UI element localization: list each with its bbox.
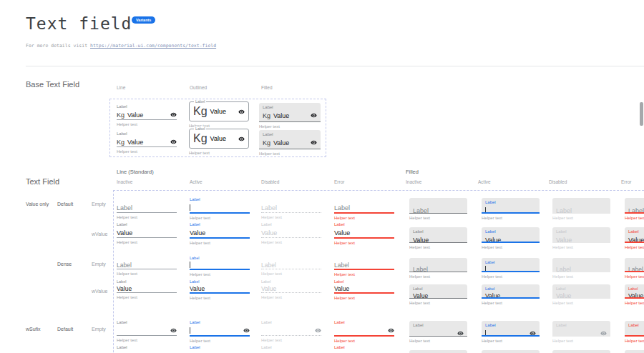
field-input-row[interactable] (190, 203, 250, 212)
text-field-filled-error[interactable]: Label Helper text (625, 198, 644, 220)
field-filled-box[interactable]: Label (552, 258, 610, 272)
field-filled-box[interactable]: Label Value (482, 227, 540, 243)
base-field-outlined[interactable]: Label KgValue Helper text (189, 129, 249, 155)
field-filled-box[interactable]: Label Value (409, 284, 467, 299)
field-filled-box[interactable]: Label Value (552, 284, 610, 299)
text-field-filled-disabled[interactable]: Label Value Helper text (552, 284, 610, 305)
visibility-eye-icon[interactable] (388, 327, 394, 334)
text-field-filled-inactive[interactable]: Label Helper text (409, 258, 467, 279)
text-field-filled-error[interactable]: Label Helper text (625, 321, 644, 343)
text-field-filled-disabled[interactable]: Label Value Helper text (552, 350, 610, 353)
text-field-line-active[interactable]: Label Helper text (190, 197, 250, 220)
visibility-eye-icon[interactable] (311, 112, 317, 119)
text-field-line-active[interactable]: Label Value Helper text (190, 222, 250, 245)
visibility-eye-icon[interactable] (243, 327, 250, 334)
field-filled-box[interactable]: Label (482, 198, 540, 214)
field-filled-box[interactable]: Label Value (625, 227, 644, 243)
field-input-row[interactable]: KgValue (117, 110, 177, 119)
field-filled-box[interactable]: Label Value (409, 227, 467, 243)
field-input-row[interactable]: Label (334, 203, 394, 212)
field-input-row[interactable]: Label (261, 261, 321, 269)
field-input-row[interactable] (413, 329, 464, 337)
field-input-row[interactable]: Label (556, 206, 607, 214)
field-input-row[interactable]: Value (413, 235, 464, 243)
scrollbar-thumb[interactable] (640, 102, 643, 126)
field-filled-box[interactable]: Label Value (409, 350, 467, 353)
field-input-row[interactable]: Value (261, 228, 321, 237)
field-input-row[interactable]: Value (485, 235, 536, 243)
text-field-line-inactive[interactable]: Label Value Helper text (117, 345, 177, 353)
text-field-line-inactive[interactable]: Label Helper text (117, 197, 177, 219)
field-input-row[interactable]: Value (334, 228, 394, 237)
field-input-row[interactable]: KgValue (263, 138, 317, 147)
field-filled-box[interactable]: Label (625, 198, 644, 214)
field-filled-box[interactable]: Label (625, 258, 644, 272)
field-filled-box[interactable]: Label KgValue (259, 103, 321, 122)
field-input-row[interactable]: Value (556, 235, 607, 243)
text-field-line-inactive[interactable]: Label Helper text (117, 320, 177, 342)
field-input-row[interactable]: Label (556, 265, 607, 272)
text-field-line-error[interactable]: Label Value Helper text (334, 345, 394, 353)
field-filled-box[interactable]: Label Value (625, 350, 644, 353)
field-input-row[interactable]: Value (190, 228, 250, 237)
text-field-line-disabled[interactable]: Label Value Helper text (261, 222, 321, 244)
visibility-eye-icon[interactable] (315, 327, 321, 334)
field-input-row[interactable] (190, 326, 250, 335)
field-input-row[interactable]: KgValue (117, 137, 177, 146)
field-filled-box[interactable]: Label Value (625, 284, 644, 299)
text-field-filled-active[interactable]: Label Value Helper text (482, 284, 540, 305)
field-input-row[interactable]: Label (413, 265, 464, 272)
text-field-line-disabled[interactable]: Label Helper text (261, 320, 321, 342)
field-filled-box[interactable]: Label KgValue (259, 130, 321, 149)
text-field-line-inactive[interactable]: Label Value Helper text (117, 222, 177, 244)
field-input-row[interactable] (485, 206, 536, 214)
base-field-line[interactable]: Label KgValue Helper text (117, 131, 177, 154)
text-field-line-error[interactable]: Label Helper text (334, 197, 394, 220)
field-input-row[interactable]: Label (628, 265, 644, 272)
text-field-line-error[interactable]: Label Helper text (334, 256, 394, 277)
visibility-eye-icon[interactable] (457, 330, 464, 337)
text-field-line-active[interactable]: Label Value Helper text (190, 279, 250, 300)
field-input-row[interactable]: Label (261, 203, 321, 212)
text-field-line-disabled[interactable]: Label Helper text (261, 256, 321, 276)
text-field-line-active[interactable]: Label Value Helper text (190, 345, 250, 353)
text-field-line-error[interactable]: Label Value Helper text (334, 222, 394, 245)
base-field-filled[interactable]: Label KgValue Helper text (259, 103, 321, 129)
text-field-filled-disabled[interactable]: Label Helper text (552, 258, 610, 279)
visibility-eye-icon[interactable] (530, 330, 536, 337)
field-filled-box[interactable]: Label (409, 321, 467, 337)
field-input-row[interactable] (190, 261, 250, 269)
field-input-row[interactable] (556, 329, 607, 337)
field-filled-box[interactable]: Label (482, 321, 540, 337)
field-input-row[interactable]: Value (261, 284, 321, 292)
field-outline-box[interactable]: Label KgValue (189, 129, 249, 149)
text-field-filled-inactive[interactable]: Label Value Helper text (409, 350, 467, 353)
text-field-filled-error[interactable]: Label Value Helper text (625, 227, 644, 249)
field-filled-box[interactable]: Label (552, 198, 610, 214)
visibility-eye-icon[interactable] (170, 327, 177, 334)
text-field-filled-active[interactable]: Label Helper text (482, 321, 540, 343)
text-field-filled-disabled[interactable]: Label Helper text (552, 198, 610, 220)
text-field-filled-active[interactable]: Label Value Helper text (482, 350, 540, 353)
docs-link[interactable]: https://material-ui.com/components/text-… (90, 43, 216, 49)
field-input-row[interactable]: Value (628, 235, 644, 243)
text-field-filled-inactive[interactable]: Label Helper text (409, 321, 467, 343)
field-input-row[interactable] (628, 329, 644, 337)
text-field-filled-error[interactable]: Label Value Helper text (625, 350, 644, 353)
field-filled-box[interactable]: Label Value (552, 350, 610, 353)
field-input-row[interactable]: Label (628, 206, 644, 214)
field-input-row[interactable]: Value (117, 284, 177, 292)
text-field-filled-inactive[interactable]: Label Value Helper text (409, 227, 467, 249)
text-field-line-active[interactable]: Label Helper text (190, 320, 250, 343)
text-field-filled-disabled[interactable]: Label Value Helper text (552, 227, 610, 249)
text-field-line-inactive[interactable]: Label Value Helper text (117, 279, 177, 299)
visibility-eye-icon[interactable] (600, 330, 607, 337)
text-field-filled-active[interactable]: Label Value Helper text (482, 227, 540, 249)
field-input-row[interactable]: Value (628, 292, 644, 299)
text-field-line-active[interactable]: Label Helper text (190, 256, 250, 277)
text-field-filled-active[interactable]: Label Helper text (482, 198, 540, 220)
field-filled-box[interactable]: Label (409, 198, 467, 214)
field-filled-box[interactable]: Label (552, 321, 610, 337)
field-filled-box[interactable]: Label Value (482, 284, 540, 299)
field-filled-box[interactable]: Label (409, 258, 467, 272)
